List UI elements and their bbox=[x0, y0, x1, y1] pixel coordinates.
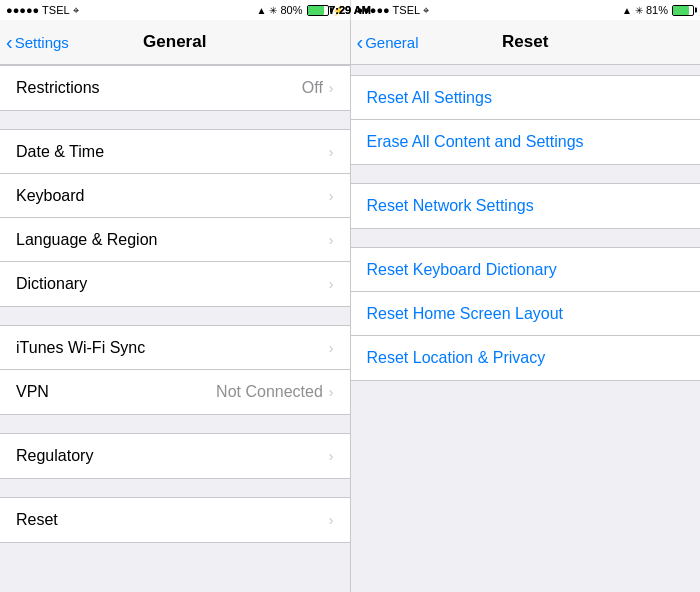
regulatory-chevron-icon: › bbox=[329, 448, 334, 464]
left-status-bar: ●●●●● TSEL ⌖ 7:29 AM ▲ ✳ 80% ⚡ bbox=[0, 0, 350, 20]
itunes-wifi-row[interactable]: iTunes Wi-Fi Sync › bbox=[0, 326, 350, 370]
left-back-label[interactable]: Settings bbox=[15, 34, 69, 51]
right-wifi-icon: ⌖ bbox=[423, 4, 429, 17]
left-status-left: ●●●●● TSEL ⌖ bbox=[6, 4, 79, 17]
left-carrier: ●●●●● TSEL bbox=[6, 4, 70, 16]
middle-section: Date & Time › Keyboard › Language & Regi… bbox=[0, 129, 350, 307]
itunes-wifi-label: iTunes Wi-Fi Sync bbox=[16, 339, 329, 357]
restrictions-chevron-icon: › bbox=[329, 80, 334, 96]
spacer-3 bbox=[0, 415, 350, 433]
right-status-right: ▲ ✳ 81% bbox=[622, 4, 694, 16]
right-location-icon: ▲ bbox=[622, 5, 632, 16]
reset-all-settings-row[interactable]: Reset All Settings bbox=[351, 76, 701, 120]
spacer-1 bbox=[0, 111, 350, 129]
reset-location-privacy-row[interactable]: Reset Location & Privacy bbox=[351, 336, 701, 380]
reset-label: Reset bbox=[16, 511, 329, 529]
reset-keyboard-dictionary-row[interactable]: Reset Keyboard Dictionary bbox=[351, 248, 701, 292]
vpn-label: VPN bbox=[16, 383, 216, 401]
reset-chevron-icon: › bbox=[329, 512, 334, 528]
right-status-bar: ●●●●● TSEL ⌖ 7:29 AM ▲ ✳ 81% bbox=[351, 0, 701, 20]
left-nav-bar: ‹ Settings General bbox=[0, 20, 350, 64]
right-spacer-1 bbox=[351, 165, 701, 183]
right-battery-fill bbox=[673, 6, 689, 15]
restrictions-label: Restrictions bbox=[16, 79, 302, 97]
status-bar-container: ●●●●● TSEL ⌖ 7:29 AM ▲ ✳ 80% ⚡ ●●●●● TSE… bbox=[0, 0, 700, 20]
reset-group-1: Reset All Settings Erase All Content and… bbox=[351, 75, 701, 165]
right-time: 7:29 AM bbox=[329, 4, 371, 16]
right-spacer-2 bbox=[351, 229, 701, 247]
spacer-4 bbox=[0, 479, 350, 497]
right-spacer-top bbox=[351, 65, 701, 75]
erase-all-content-label: Erase All Content and Settings bbox=[367, 133, 685, 151]
right-back-button[interactable]: ‹ General bbox=[357, 33, 419, 52]
spacer-2 bbox=[0, 307, 350, 325]
dictionary-row[interactable]: Dictionary › bbox=[0, 262, 350, 306]
keyboard-chevron-icon: › bbox=[329, 188, 334, 204]
left-back-button[interactable]: ‹ Settings bbox=[6, 33, 69, 52]
language-region-label: Language & Region bbox=[16, 231, 329, 249]
itunes-vpn-section: iTunes Wi-Fi Sync › VPN Not Connected › bbox=[0, 325, 350, 415]
vpn-value: Not Connected bbox=[216, 383, 323, 401]
language-region-row[interactable]: Language & Region › bbox=[0, 218, 350, 262]
left-battery-percent: 80% bbox=[280, 4, 302, 16]
reset-network-label: Reset Network Settings bbox=[367, 197, 685, 215]
right-back-chevron-icon: ‹ bbox=[357, 32, 364, 52]
left-bluetooth-icon: ✳ bbox=[269, 5, 277, 16]
left-battery-fill bbox=[308, 6, 324, 15]
reset-keyboard-dictionary-label: Reset Keyboard Dictionary bbox=[367, 261, 685, 279]
erase-all-content-row[interactable]: Erase All Content and Settings bbox=[351, 120, 701, 164]
language-region-chevron-icon: › bbox=[329, 232, 334, 248]
right-battery-percent: 81% bbox=[646, 4, 668, 16]
regulatory-row[interactable]: Regulatory › bbox=[0, 434, 350, 478]
restrictions-row[interactable]: Restrictions Off › bbox=[0, 66, 350, 110]
reset-home-screen-row[interactable]: Reset Home Screen Layout bbox=[351, 292, 701, 336]
left-nav-title: General bbox=[143, 32, 206, 52]
regulatory-label: Regulatory bbox=[16, 447, 329, 465]
nav-bar-container: ‹ Settings General ‹ General Reset bbox=[0, 20, 700, 65]
reset-section: Reset › bbox=[0, 497, 350, 543]
restrictions-value: Off bbox=[302, 79, 323, 97]
right-nav-bar: ‹ General Reset bbox=[351, 20, 701, 64]
date-time-row[interactable]: Date & Time › bbox=[0, 130, 350, 174]
content-area: Restrictions Off › Date & Time › Keyboar… bbox=[0, 65, 700, 592]
date-time-chevron-icon: › bbox=[329, 144, 334, 160]
left-battery-icon bbox=[307, 5, 329, 16]
keyboard-row[interactable]: Keyboard › bbox=[0, 174, 350, 218]
reset-group-2: Reset Network Settings bbox=[351, 183, 701, 229]
vpn-chevron-icon: › bbox=[329, 384, 334, 400]
left-wifi-icon: ⌖ bbox=[73, 4, 79, 17]
date-time-label: Date & Time bbox=[16, 143, 329, 161]
reset-home-screen-label: Reset Home Screen Layout bbox=[367, 305, 685, 323]
right-back-label[interactable]: General bbox=[365, 34, 418, 51]
keyboard-label: Keyboard bbox=[16, 187, 329, 205]
left-panel: Restrictions Off › Date & Time › Keyboar… bbox=[0, 65, 350, 592]
regulatory-section: Regulatory › bbox=[0, 433, 350, 479]
reset-row[interactable]: Reset › bbox=[0, 498, 350, 542]
dictionary-label: Dictionary bbox=[16, 275, 329, 293]
right-nav-title: Reset bbox=[502, 32, 548, 52]
dictionary-chevron-icon: › bbox=[329, 276, 334, 292]
vpn-row[interactable]: VPN Not Connected › bbox=[0, 370, 350, 414]
reset-all-settings-label: Reset All Settings bbox=[367, 89, 685, 107]
reset-group-3: Reset Keyboard Dictionary Reset Home Scr… bbox=[351, 247, 701, 381]
itunes-wifi-chevron-icon: › bbox=[329, 340, 334, 356]
left-back-chevron-icon: ‹ bbox=[6, 32, 13, 52]
right-bluetooth-icon: ✳ bbox=[635, 5, 643, 16]
left-location-icon: ▲ bbox=[257, 5, 267, 16]
reset-location-privacy-label: Reset Location & Privacy bbox=[367, 349, 685, 367]
restrictions-section: Restrictions Off › bbox=[0, 65, 350, 111]
reset-network-row[interactable]: Reset Network Settings bbox=[351, 184, 701, 228]
right-panel: Reset All Settings Erase All Content and… bbox=[351, 65, 701, 592]
right-battery-icon bbox=[672, 5, 694, 16]
